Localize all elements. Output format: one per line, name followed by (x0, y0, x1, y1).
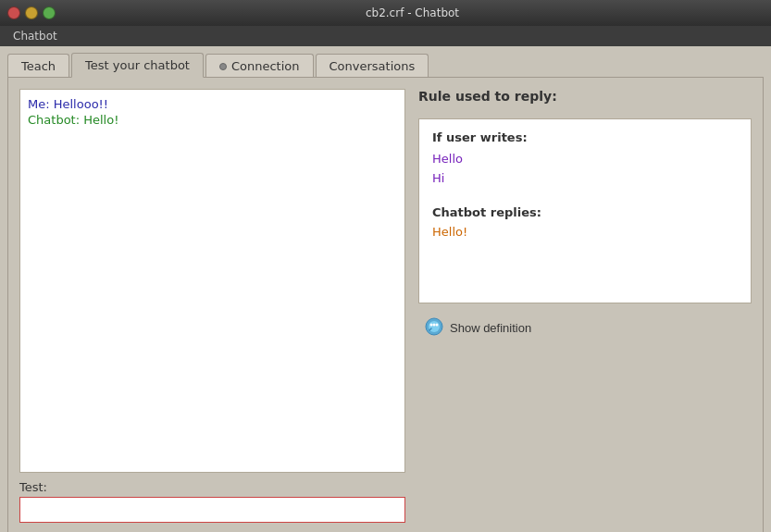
chatbot-replies-value: Hello! (432, 225, 738, 239)
if-user-writes-value-hi: Hi (432, 169, 738, 189)
if-user-writes-values: Hello Hi (432, 150, 738, 189)
tab-teach[interactable]: Teach (7, 54, 69, 78)
chatbot-replies-label: Chatbot replies: (432, 205, 738, 219)
tab-content: Me: Hellooo!! Chatbot: Hello! Test: Rule… (7, 77, 764, 532)
menubar: Chatbot (0, 26, 771, 46)
if-user-writes-value-hello: Hello (432, 150, 738, 169)
tab-conversations[interactable]: Conversations (316, 54, 429, 78)
tab-connection[interactable]: Connection (205, 54, 314, 78)
chat-message-me: Me: Hellooo!! (28, 97, 397, 111)
svg-point-3 (433, 324, 436, 327)
menubar-chatbot[interactable]: Chatbot (6, 28, 65, 44)
show-definition-icon (424, 316, 444, 340)
window-title: cb2.crf - Chatbot (61, 6, 764, 19)
svg-point-2 (430, 324, 433, 327)
titlebar: cb2.crf - Chatbot (0, 0, 771, 26)
rule-title: Rule used to reply: (418, 89, 752, 104)
right-panel: Rule used to reply: If user writes: Hell… (418, 89, 752, 523)
if-user-writes-label: If user writes: (432, 130, 738, 144)
left-panel: Me: Hellooo!! Chatbot: Hello! Test: (19, 89, 405, 523)
window-controls[interactable] (7, 6, 56, 19)
maximize-button[interactable] (43, 6, 56, 19)
chat-display: Me: Hellooo!! Chatbot: Hello! (19, 89, 405, 473)
test-label: Test: (19, 480, 405, 494)
main-content: Teach Test your chatbot Connection Conve… (0, 46, 771, 532)
close-button[interactable] (7, 6, 20, 19)
test-input-area: Test: (19, 480, 405, 523)
tab-bar: Teach Test your chatbot Connection Conve… (7, 52, 764, 77)
chat-message-chatbot: Chatbot: Hello! (28, 113, 397, 127)
rule-box: If user writes: Hello Hi Chatbot replies… (418, 118, 752, 303)
test-input[interactable] (19, 497, 405, 523)
connection-dot-icon (219, 63, 227, 70)
svg-point-4 (436, 324, 439, 327)
tab-test-your-chatbot[interactable]: Test your chatbot (71, 53, 204, 78)
minimize-button[interactable] (25, 6, 38, 19)
show-definition-button[interactable]: Show definition (418, 313, 752, 343)
show-definition-label: Show definition (450, 321, 531, 335)
